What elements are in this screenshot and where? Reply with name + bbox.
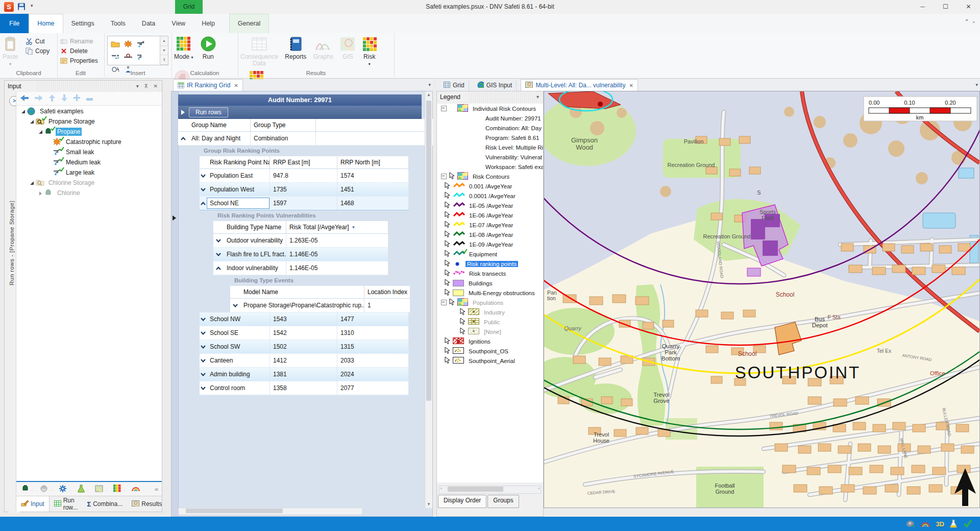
grid-cell[interactable]: Indoor vulnerability: [224, 261, 286, 275]
grid-cell[interactable]: Canteen: [207, 354, 270, 367]
tree-expander-icon[interactable]: [20, 109, 26, 114]
grid-column-header[interactable]: Model Name: [240, 286, 364, 298]
legend-item[interactable]: Multi-Energy obstructions: [437, 288, 543, 298]
grid-column-header[interactable]: RRP East [m]: [270, 156, 337, 168]
row-expander-icon[interactable]: [200, 368, 207, 381]
legend-horizontal-scrollbar[interactable]: ‹ ›: [439, 486, 541, 494]
splitter-right[interactable]: [433, 79, 436, 517]
legend-item[interactable]: Combination: All: Day a: [437, 123, 543, 133]
tank-leak-icon[interactable]: [134, 50, 147, 63]
grid-column-header[interactable]: Group Name: [188, 119, 251, 131]
back-icon[interactable]: [20, 95, 29, 103]
grid-row[interactable]: Indoor vulnerability1.146E-05: [213, 261, 388, 275]
legend-expander-icon[interactable]: [441, 174, 447, 179]
grid-cell[interactable]: Control room: [207, 381, 270, 395]
legend-item[interactable]: Equipment: [437, 249, 543, 259]
tree-expander-icon[interactable]: [46, 160, 52, 165]
grid-row[interactable]: Population West17351451: [200, 183, 409, 197]
mode-button[interactable]: Mode ▾: [172, 33, 195, 67]
tab-ir-ranking-grid[interactable]: IR Ranking Grid✕: [173, 79, 243, 91]
grid-cell[interactable]: 1735: [270, 183, 337, 196]
input-panel-header[interactable]: Input ▾ ⊼ ✕: [5, 81, 162, 92]
grid-cell[interactable]: School NE: [207, 198, 270, 209]
legend-item[interactable]: Populations: [437, 298, 543, 307]
grid-cell[interactable]: Outdoor vulnerability: [224, 234, 286, 247]
map-tab-grid[interactable]: Grid: [439, 80, 469, 91]
grid-cell[interactable]: 1543: [270, 312, 337, 326]
tree-item[interactable]: Chlorine: [16, 188, 162, 198]
tree-expander-icon[interactable]: [29, 119, 35, 125]
ribbon-tab-view[interactable]: View: [163, 14, 193, 33]
legend-item[interactable]: 1E-09 /AvgeYear: [437, 239, 543, 249]
tab-overflow-icon[interactable]: ▾: [428, 82, 431, 87]
legend-item[interactable]: Workspace: Safeti exa: [437, 162, 543, 172]
ribbon-tab-help[interactable]: Help: [193, 14, 223, 33]
legend-item[interactable]: Risk Contours: [437, 172, 543, 181]
legend-item[interactable]: Industry: [437, 307, 543, 317]
remove-icon[interactable]: [86, 95, 93, 102]
legend-item[interactable]: Program: Safeti 8.61: [437, 133, 543, 142]
grid-row[interactable]: Canteen14122033: [200, 354, 409, 368]
cut-button[interactable]: Cut: [22, 36, 52, 46]
legend-tab-display-order[interactable]: Display Order: [438, 495, 486, 508]
grid-cell[interactable]: Flash fire to LFL fract...: [224, 248, 286, 261]
grid-cell[interactable]: Population East: [207, 169, 270, 182]
flask-icon[interactable]: [949, 519, 958, 529]
grid-column-header[interactable]: RRP North [m]: [337, 156, 409, 168]
legend-expander-icon[interactable]: [441, 300, 447, 305]
grid-cell[interactable]: 1: [364, 299, 410, 312]
legend-item[interactable]: 1E-07 /AvgeYear: [437, 220, 543, 230]
minimize-button[interactable]: ─: [911, 0, 934, 14]
grid-column-header[interactable]: Building Type Name: [224, 221, 286, 233]
legend-item[interactable]: Public: [437, 317, 543, 327]
splitter-left[interactable]: [162, 79, 171, 517]
up-icon[interactable]: [49, 94, 55, 103]
ribbon-tab-general[interactable]: General: [229, 14, 269, 34]
legend-item[interactable]: 1E-08 /AvgeYear: [437, 230, 543, 239]
row-expander-icon[interactable]: [200, 354, 207, 367]
grid-cell[interactable]: 1542: [270, 326, 337, 340]
legend-tab-groups[interactable]: Groups: [487, 495, 519, 508]
grid-cell[interactable]: 1502: [270, 340, 337, 353]
ribbon-tab-home[interactable]: Home: [29, 14, 63, 34]
grid-cell[interactable]: 1597: [270, 197, 337, 210]
grid-column-header[interactable]: Location Index: [364, 286, 410, 298]
ribbon-tab-file[interactable]: File: [0, 14, 29, 33]
folder-icon[interactable]: [109, 37, 121, 50]
maximize-button[interactable]: ☐: [934, 0, 957, 14]
panel-header-icons[interactable]: ▾ ⊼ ✕: [136, 81, 160, 92]
legend-item[interactable]: Buildings: [437, 278, 543, 288]
grid-horizontal-scrollbar[interactable]: [178, 508, 363, 515]
legend-item[interactable]: 0.0001 /AvgeYear: [437, 191, 543, 201]
legend-item[interactable]: [None]: [437, 327, 543, 336]
grid-cell[interactable]: School SW: [207, 340, 270, 353]
bottom-tab-runrow[interactable]: Run row...: [50, 496, 83, 512]
grid-row[interactable]: School SW15021315: [200, 340, 409, 354]
3d-badge[interactable]: 3D: [936, 520, 944, 528]
rainbow-icon[interactable]: [131, 485, 140, 493]
tree-item[interactable]: Medium leak: [16, 157, 162, 167]
grid-cell[interactable]: 1412: [270, 354, 337, 367]
rupture-icon[interactable]: [121, 37, 134, 50]
tree-item[interactable]: Small leak: [16, 147, 162, 157]
grid-cell[interactable]: School SE: [207, 326, 270, 340]
legend-item[interactable]: Southpoint_OS: [437, 346, 543, 356]
legend-item[interactable]: 1E-06 /AvgeYear: [437, 210, 543, 220]
ribbon-collapse-icon[interactable]: ⌃ ▫: [964, 18, 975, 26]
row-expander-icon[interactable]: [178, 132, 188, 145]
row-expander-icon[interactable]: [230, 299, 240, 312]
row-expander-icon[interactable]: [200, 197, 207, 210]
scroll-up-icon[interactable]: ▲: [425, 91, 432, 99]
leak-icon[interactable]: [134, 37, 147, 50]
tree-item[interactable]: Safeti examples: [16, 106, 162, 116]
toolbar-overflow-icon[interactable]: ≂: [155, 487, 159, 492]
grid-cell[interactable]: 1.146E-05: [286, 248, 388, 261]
bottom-tab-combina[interactable]: ΣCombina...: [82, 496, 127, 512]
gear-icon[interactable]: [59, 485, 67, 494]
gis-button[interactable]: GIS: [337, 33, 358, 67]
tree-expander-icon[interactable]: [38, 129, 43, 135]
bottom-tab-input[interactable]: Input: [16, 496, 50, 512]
tree-expander-icon[interactable]: [46, 150, 52, 155]
rename-button[interactable]: Rename: [57, 36, 104, 46]
consequence-data-button[interactable]: Consequence Data: [238, 33, 281, 67]
